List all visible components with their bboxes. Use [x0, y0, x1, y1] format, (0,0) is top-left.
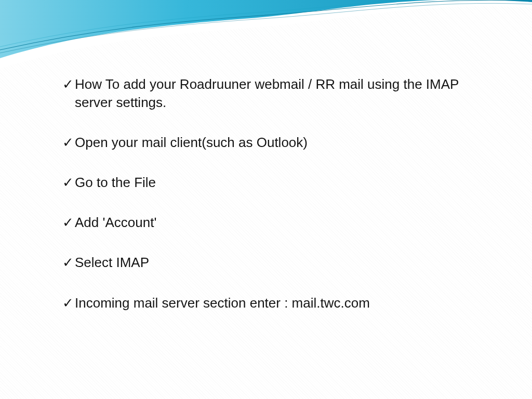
list-item-text: Select IMAP: [75, 254, 480, 272]
list-item: ✓ How To add your Roadruuner webmail / R…: [62, 75, 480, 112]
list-item: ✓ Open your mail client(such as Outlook): [62, 134, 480, 152]
checkmark-icon: ✓: [62, 174, 74, 192]
checkmark-icon: ✓: [62, 294, 74, 312]
checkmark-icon: ✓: [62, 75, 74, 94]
list-item: ✓ Select IMAP: [62, 254, 480, 272]
bullet-list: ✓ How To add your Roadruuner webmail / R…: [62, 75, 480, 312]
list-item-text: Add 'Account': [75, 214, 480, 232]
list-item: ✓ Incoming mail server section enter : m…: [62, 294, 480, 312]
checkmark-icon: ✓: [62, 134, 74, 152]
list-item: ✓ Go to the File: [62, 174, 480, 192]
list-item-text: Go to the File: [75, 174, 480, 192]
checkmark-icon: ✓: [62, 214, 74, 232]
list-item: ✓ Add 'Account': [62, 214, 480, 232]
list-item-text: How To add your Roadruuner webmail / RR …: [75, 75, 480, 112]
list-item-text: Incoming mail server section enter : mai…: [75, 294, 480, 312]
list-item-text: Open your mail client(such as Outlook): [75, 134, 480, 152]
checkmark-icon: ✓: [62, 254, 74, 272]
